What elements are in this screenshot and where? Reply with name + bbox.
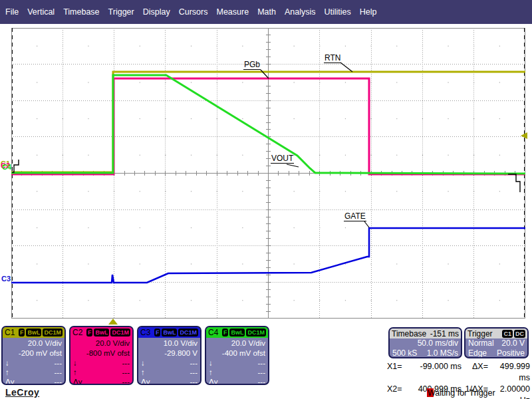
channel-settings: 20.0 V/div-800 mV ofst: [70, 338, 132, 358]
channel-header-c4: C4FBwLDC1M: [206, 327, 268, 338]
measure-row: ↑---: [206, 368, 268, 377]
dx-value: 499.999 ms: [488, 361, 530, 384]
channel-box-c1[interactable]: C1FBwLDC1M20.0 V/div-200 mV ofst↓---↑---…: [1, 326, 66, 385]
volts-per-div: 20.0 V/div: [73, 338, 130, 348]
channel-badge-f: F: [154, 329, 161, 336]
volts-per-div: 20.0 V/div: [209, 338, 265, 348]
measure-row: ↑---: [138, 368, 200, 377]
dx-label: ΔX=: [462, 361, 488, 384]
menu-item-analysis[interactable]: Analysis: [285, 7, 316, 17]
timebase-title: Timebase: [392, 329, 426, 338]
volts-per-div: 10.0 V/div: [141, 338, 198, 348]
channel-badge-bwl: BwL: [94, 329, 109, 336]
channel-badge-dc1m: DC1M: [110, 329, 130, 336]
channel-box-c4[interactable]: C4FBwLDC1M20.0 V/div-400 mV ofst↓---↑---…: [205, 326, 269, 385]
trace-label-vout: VOUT: [271, 154, 294, 164]
x1-value: -99.000 ms: [410, 361, 462, 384]
measure-row: ↓---: [70, 358, 132, 368]
channel-settings: 20.0 V/div-400 mV ofst: [206, 338, 268, 358]
offset-value: -29.800 V: [141, 348, 198, 358]
menu-item-help[interactable]: Help: [360, 7, 377, 17]
measure-row: ↑---: [70, 368, 132, 377]
channel-badge-bwl: BwL: [229, 329, 245, 336]
grid-svg: [11, 28, 525, 319]
channel-badge-f: F: [19, 329, 25, 336]
channel-settings: 10.0 V/div-29.800 V: [138, 338, 200, 358]
trigger-level: 20.0 V: [501, 338, 525, 348]
offset-value: -200 mV ofst: [5, 348, 62, 358]
menu-item-utilities[interactable]: Utilities: [324, 7, 350, 17]
channel-box-c3[interactable]: C3FBwLDC1M10.0 V/div-29.800 V↓---↑---Δy-…: [137, 326, 201, 385]
measure-row: Δy---: [3, 377, 65, 385]
timebase-delay: -151 ms: [430, 329, 459, 338]
measure-row: Δy---: [70, 377, 132, 385]
channel-settings: 20.0 V/div-200 mV ofst: [3, 338, 65, 358]
offset-value: -400 mV ofst: [209, 348, 265, 358]
trigger-title: Trigger: [467, 329, 493, 338]
menu-item-timebase[interactable]: Timebase: [63, 7, 99, 17]
channel-marker-c4: C4: [2, 164, 11, 171]
channel-badge-dc1m: DC1M: [43, 329, 63, 336]
x2-label: X2=: [387, 384, 410, 399]
menu-item-file[interactable]: File: [5, 7, 19, 17]
channel-header-c1: C1FBwLDC1M: [3, 327, 65, 338]
channel-header-c3: C3FBwLDC1M: [138, 327, 200, 338]
trigger-badge-c1: C1: [502, 330, 513, 338]
timebase-per-div: 50.0 ms/div: [418, 338, 458, 348]
menu-item-measure[interactable]: Measure: [216, 7, 249, 17]
trace-label-gate: GATE: [344, 212, 366, 221]
x1-label: X1=: [387, 361, 410, 384]
timebase-samples: 500 kS: [392, 348, 417, 358]
trigger-type: Edge: [468, 348, 487, 358]
channel-badge-dc1m: DC1M: [246, 329, 266, 336]
channel-badge-f: F: [86, 329, 93, 336]
trace-label-rtn: RTN: [324, 54, 341, 63]
volts-per-div: 20.0 V/div: [5, 338, 62, 348]
menu-bar: FileVerticalTimebaseTriggerDisplayCursor…: [0, 0, 532, 24]
measure-row: Δy---: [206, 377, 268, 385]
channel-badge-dc1m: DC1M: [178, 329, 198, 336]
trigger-mode: Normal: [468, 338, 494, 348]
offset-value: -800 mV ofst: [73, 348, 130, 358]
trace-label-pgb: PGb: [243, 61, 261, 70]
channel-id-label: C4: [208, 328, 218, 337]
menu-item-display[interactable]: Display: [143, 7, 170, 17]
channel-header-c2: C2FBwLDC1M: [70, 327, 132, 338]
timebase-box[interactable]: Timebase -151 ms 50.0 ms/div 500 kS 1.0 …: [388, 327, 462, 358]
waveform-grid: PGbRTNVOUTGATE: [11, 28, 525, 319]
trigger-status: Waiting for Trigger: [428, 388, 495, 398]
channel-badge-bwl: BwL: [26, 329, 41, 336]
channel-id-label: C3: [140, 328, 150, 337]
trigger-box[interactable]: Trigger C1DC Normal 20.0 V Edge Positive: [464, 327, 529, 358]
trigger-status-text: Waiting for Trigger: [428, 388, 495, 398]
measure-row: ↓---: [138, 358, 200, 368]
menu-item-trigger[interactable]: Trigger: [108, 7, 134, 17]
timebase-rate: 1.0 MS/s: [427, 348, 458, 358]
menu-item-vertical[interactable]: Vertical: [27, 7, 55, 17]
timebase-header: Timebase -151 ms: [390, 329, 461, 338]
trigger-time-marker[interactable]: [108, 319, 118, 325]
channel-badge-bwl: BwL: [162, 329, 177, 336]
channel-marker-c3: C3: [1, 275, 11, 283]
trigger-badges: C1DC: [501, 330, 525, 338]
measure-row: ↓---: [3, 358, 65, 368]
channel-id-label: C2: [72, 328, 82, 337]
trigger-level-marker[interactable]: [521, 132, 527, 139]
measure-row: Δy---: [138, 377, 200, 385]
trigger-header: Trigger C1DC: [466, 329, 527, 338]
menu-item-cursors[interactable]: Cursors: [179, 7, 208, 17]
menu-item-math[interactable]: Math: [257, 7, 276, 17]
channel-box-c2[interactable]: C2FBwLDC1M20.0 V/div-800 mV ofst↓---↑---…: [69, 326, 134, 385]
trigger-badge-dc: DC: [514, 330, 525, 338]
measure-row: ↓---: [206, 358, 268, 368]
channel-badge-f: F: [222, 329, 229, 336]
channel-id-label: C1: [5, 328, 15, 337]
lecroy-logo: LeCroy: [5, 387, 39, 398]
trigger-slope: Positive: [497, 348, 525, 358]
measure-row: ↑---: [3, 368, 65, 377]
